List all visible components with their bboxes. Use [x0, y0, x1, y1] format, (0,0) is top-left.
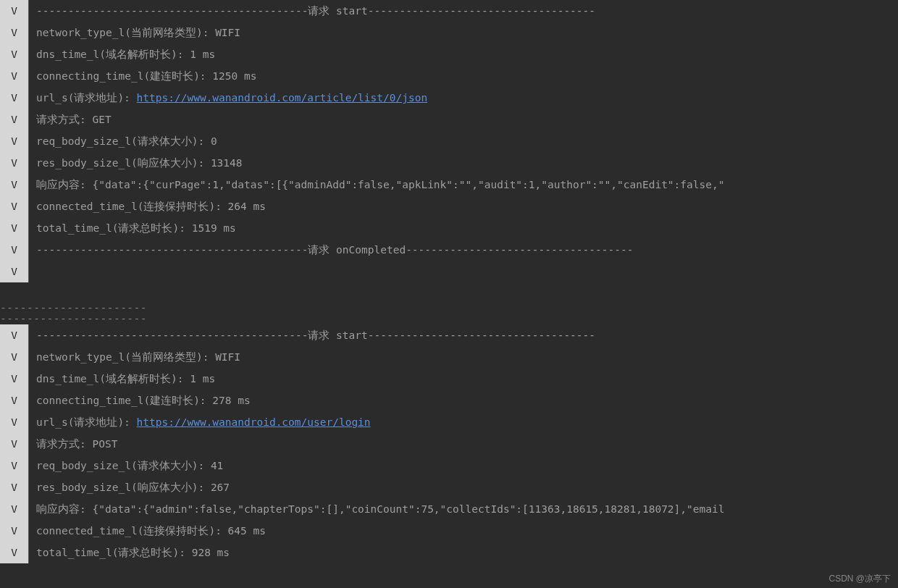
log-level-badge: V [0, 109, 29, 130]
request-url-link[interactable]: https://www.wanandroid.com/article/list/… [137, 92, 428, 104]
log-line-network-type: V network_type_l(当前网络类型): WIFI [0, 346, 898, 368]
value: 41 [211, 460, 223, 471]
label: req_body_size_l(请求体大小): [36, 135, 211, 147]
log-message: network_type_l(当前网络类型): WIFI [29, 22, 898, 43]
log-level-badge: V [0, 261, 29, 282]
label: 请求方式: [36, 438, 92, 450]
log-level-badge: V [0, 455, 29, 476]
log-message: connected_time_l(连接保持时长): 264 ms [29, 196, 898, 217]
log-level-badge: V [0, 433, 29, 455]
log-message: req_body_size_l(请求体大小): 0 [29, 130, 898, 152]
label: connecting_time_l(建连时长): [36, 70, 212, 82]
log-line-req-body-size: V req_body_size_l(请求体大小): 0 [0, 130, 898, 152]
log-line-completed-separator: V --------------------------------------… [0, 239, 898, 261]
value: 1 ms [190, 373, 215, 385]
block-spacer [0, 282, 898, 303]
log-level-badge: V [0, 542, 29, 563]
log-message: total_time_l(请求总时长): 928 ms [29, 542, 898, 563]
log-line-dns-time: V dns_time_l(域名解析时长): 1 ms [0, 368, 898, 390]
value: 267 [211, 482, 230, 493]
log-level-badge: V [0, 87, 29, 109]
request-url-link[interactable]: https://www.wanandroid.com/user/login [137, 416, 371, 428]
log-block-request-2: V --------------------------------------… [0, 324, 898, 563]
value: WIFI [215, 27, 240, 38]
log-level-badge: V [0, 520, 29, 542]
log-message: total_time_l(请求总时长): 1519 ms [29, 217, 898, 239]
log-line-req-body-size: V req_body_size_l(请求体大小): 41 [0, 455, 898, 476]
log-message: ----------------------------------------… [29, 324, 898, 346]
label: res_body_size_l(响应体大小): [36, 482, 211, 493]
label: connected_time_l(连接保持时长): [36, 525, 228, 537]
value: 1519 ms [192, 222, 236, 234]
log-message: connecting_time_l(建连时长): 1250 ms [29, 65, 898, 87]
log-line-dns-time: V dns_time_l(域名解析时长): 1 ms [0, 43, 898, 65]
log-level-badge: V [0, 217, 29, 239]
log-message: dns_time_l(域名解析时长): 1 ms [29, 368, 898, 390]
log-message: 请求方式: GET [29, 109, 898, 130]
log-line-method: V 请求方式: GET [0, 109, 898, 130]
value: 1250 ms [212, 70, 256, 82]
label: 请求方式: [36, 114, 92, 125]
log-message: req_body_size_l(请求体大小): 41 [29, 455, 898, 476]
label: req_body_size_l(请求体大小): [36, 460, 211, 471]
value: 264 ms [228, 201, 266, 212]
log-block-request-1: V --------------------------------------… [0, 0, 898, 282]
label: network_type_l(当前网络类型): [36, 351, 215, 363]
label: total_time_l(请求总时长): [36, 222, 192, 234]
label: connecting_time_l(建连时长): [36, 395, 212, 406]
label: 响应内容: [36, 503, 92, 515]
label: network_type_l(当前网络类型): [36, 27, 215, 38]
value: 645 ms [228, 525, 266, 537]
log-level-badge: V [0, 324, 29, 346]
log-level-badge: V [0, 43, 29, 65]
log-line-network-type: V network_type_l(当前网络类型): WIFI [0, 22, 898, 43]
value: WIFI [215, 351, 240, 363]
gap-separator-line: ---------------------- [0, 314, 898, 324]
log-level-badge: V [0, 498, 29, 520]
log-message: url_s(请求地址): https://www.wanandroid.com/… [29, 411, 898, 433]
log-line-start-separator: V --------------------------------------… [0, 324, 898, 346]
log-line-method: V 请求方式: POST [0, 433, 898, 455]
log-message [29, 261, 898, 282]
log-line-total-time: V total_time_l(请求总时长): 928 ms [0, 542, 898, 563]
log-level-badge: V [0, 22, 29, 43]
log-level-badge: V [0, 390, 29, 411]
log-line-connecting-time: V connecting_time_l(建连时长): 278 ms [0, 390, 898, 411]
log-level-badge: V [0, 411, 29, 433]
log-line-start-separator: V --------------------------------------… [0, 0, 898, 22]
log-line-connected-time: V connected_time_l(连接保持时长): 264 ms [0, 196, 898, 217]
log-level-badge: V [0, 368, 29, 390]
log-message: ----------------------------------------… [29, 239, 898, 261]
log-line-response-content: V 响应内容: {"data":{"curPage":1,"datas":[{"… [0, 174, 898, 196]
log-level-badge: V [0, 476, 29, 498]
log-level-badge: V [0, 152, 29, 174]
log-line-res-body-size: V res_body_size_l(响应体大小): 267 [0, 476, 898, 498]
log-line-connecting-time: V connecting_time_l(建连时长): 1250 ms [0, 65, 898, 87]
log-level-badge: V [0, 239, 29, 261]
log-line-empty: V [0, 261, 898, 282]
log-line-total-time: V total_time_l(请求总时长): 1519 ms [0, 217, 898, 239]
value: 0 [211, 135, 217, 147]
value: 928 ms [192, 547, 230, 558]
log-message: 请求方式: POST [29, 433, 898, 455]
log-line-url: V url_s(请求地址): https://www.wanandroid.co… [0, 87, 898, 109]
log-message: res_body_size_l(响应体大小): 13148 [29, 152, 898, 174]
log-line-res-body-size: V res_body_size_l(响应体大小): 13148 [0, 152, 898, 174]
log-line-response-content: V 响应内容: {"data":{"admin":false,"chapterT… [0, 498, 898, 520]
gap-separator-line: ---------------------- [0, 303, 898, 314]
value: {"data":{"admin":false,"chapterTops":[],… [92, 503, 724, 515]
log-message: 响应内容: {"data":{"curPage":1,"datas":[{"ad… [29, 174, 898, 196]
log-message: 响应内容: {"data":{"admin":false,"chapterTop… [29, 498, 898, 520]
log-level-badge: V [0, 196, 29, 217]
watermark-text: CSDN @凉亭下 [828, 573, 891, 585]
log-level-badge: V [0, 174, 29, 196]
value: {"data":{"curPage":1,"datas":[{"adminAdd… [92, 179, 724, 190]
value: GET [92, 114, 111, 125]
label: res_body_size_l(响应体大小): [36, 157, 211, 169]
label: dns_time_l(域名解析时长): [36, 49, 190, 60]
value: 13148 [211, 157, 243, 169]
value: POST [92, 438, 117, 450]
log-message: dns_time_l(域名解析时长): 1 ms [29, 43, 898, 65]
label: 响应内容: [36, 179, 92, 190]
label: url_s(请求地址): [36, 92, 137, 104]
